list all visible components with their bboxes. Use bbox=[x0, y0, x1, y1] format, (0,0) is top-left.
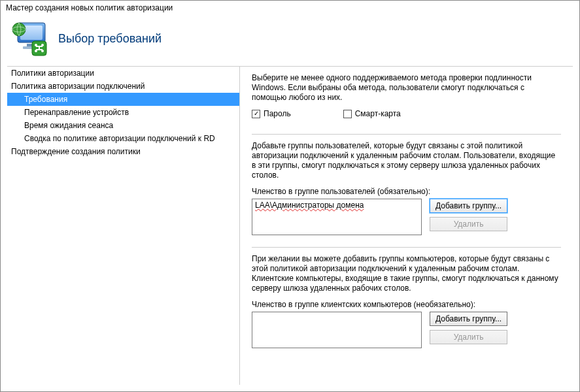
nav-item-device-redirection[interactable]: Перенаправление устройств bbox=[7, 106, 239, 119]
wizard-window: Мастер создания новых политик авторизаци… bbox=[0, 0, 580, 392]
user-groups-label: Членство в группе пользователей (обязате… bbox=[252, 187, 561, 196]
main-panel: Выберите не менее одного поддерживаемого… bbox=[239, 66, 573, 385]
check-icon bbox=[343, 110, 352, 118]
computer-groups-description: При желании вы можете добавить группы ко… bbox=[252, 254, 561, 293]
checkbox-smartcard[interactable]: Смарт-карта bbox=[343, 109, 401, 118]
remove-user-group-button[interactable]: Удалить bbox=[430, 217, 507, 231]
checkbox-smartcard-label: Смарт-карта bbox=[355, 109, 401, 118]
computer-groups-label: Членство в группе клиентских компьютеров… bbox=[252, 300, 561, 309]
svg-point-7 bbox=[35, 44, 37, 46]
nav-item-session-timeout[interactable]: Время ожидания сеанса bbox=[7, 119, 239, 132]
remove-computer-group-button[interactable]: Удалить bbox=[430, 330, 507, 344]
nav-item-requirements[interactable]: Требования bbox=[7, 93, 239, 106]
separator bbox=[252, 134, 561, 135]
auth-methods-section: Выберите не менее одного поддерживаемого… bbox=[252, 73, 561, 127]
list-item[interactable]: LAA\Администраторы домена bbox=[255, 201, 364, 210]
nav-item-confirm-creation[interactable]: Подтверждение создания политики bbox=[7, 145, 239, 158]
svg-point-10 bbox=[41, 50, 44, 52]
wizard-icon bbox=[10, 20, 49, 57]
content-area: Политики авторизации Политика авторизаци… bbox=[1, 62, 579, 391]
computer-groups-section: При желании вы можете добавить группы ко… bbox=[252, 254, 561, 353]
auth-methods-description: Выберите не менее одного поддерживаемого… bbox=[252, 73, 561, 103]
nav-item-connection-auth-policy[interactable]: Политика авторизации подключений bbox=[7, 80, 239, 93]
user-groups-section: Добавьте группы пользователей, которые б… bbox=[252, 141, 561, 240]
svg-point-8 bbox=[41, 44, 44, 46]
add-user-group-button[interactable]: Добавить группу... bbox=[430, 199, 507, 213]
page-title: Выбор требований bbox=[58, 32, 162, 46]
nav-item-auth-policies[interactable]: Политики авторизации bbox=[7, 67, 239, 80]
checkbox-password-label: Пароль bbox=[264, 109, 291, 118]
user-groups-listbox[interactable]: LAA\Администраторы домена bbox=[252, 199, 422, 235]
auth-methods-checkboxes: ✓ Пароль Смарт-карта bbox=[252, 109, 561, 118]
add-computer-group-button[interactable]: Добавить группу... bbox=[430, 312, 507, 326]
user-groups-description: Добавьте группы пользователей, которые б… bbox=[252, 141, 561, 180]
window-title: Мастер создания новых политик авторизаци… bbox=[1, 1, 579, 15]
checkbox-password[interactable]: ✓ Пароль bbox=[252, 109, 291, 118]
wizard-header: Выбор требований bbox=[1, 15, 579, 62]
separator bbox=[252, 247, 561, 248]
svg-point-4 bbox=[12, 23, 26, 36]
nav-item-rd-cap-summary[interactable]: Сводка по политике авторизации подключен… bbox=[7, 132, 239, 145]
nav-sidebar: Политики авторизации Политика авторизаци… bbox=[7, 66, 239, 385]
computer-groups-listbox[interactable] bbox=[252, 312, 422, 348]
svg-point-9 bbox=[35, 50, 37, 52]
check-icon: ✓ bbox=[252, 110, 260, 118]
